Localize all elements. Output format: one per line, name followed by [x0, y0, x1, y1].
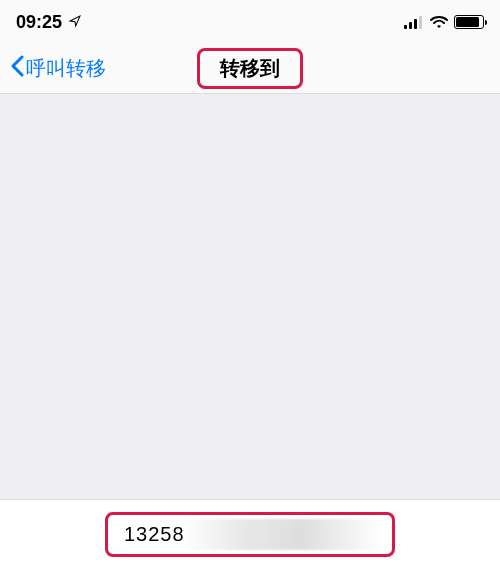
title-highlight-box: 转移到 — [197, 48, 303, 89]
page-title: 转移到 — [220, 57, 280, 79]
wifi-icon — [430, 16, 448, 29]
status-right — [404, 15, 484, 29]
cellular-signal-icon — [404, 16, 424, 29]
back-label: 呼叫转移 — [26, 55, 106, 82]
phone-number-value: 13258 — [124, 523, 185, 546]
chevron-left-icon — [10, 55, 24, 82]
back-button[interactable]: 呼叫转移 — [10, 55, 106, 82]
svg-rect-2 — [414, 19, 417, 29]
battery-icon — [454, 15, 484, 29]
phone-input-row[interactable]: 13258 — [0, 499, 500, 565]
redaction-blur — [183, 519, 382, 550]
svg-rect-3 — [419, 16, 422, 29]
status-left: 09:25 — [16, 12, 82, 33]
status-time: 09:25 — [16, 12, 62, 33]
input-highlight-box: 13258 — [105, 512, 395, 557]
svg-rect-1 — [409, 22, 412, 29]
nav-bar: 呼叫转移 转移到 — [0, 44, 500, 94]
content-area — [0, 94, 500, 499]
svg-rect-0 — [404, 25, 407, 29]
status-bar: 09:25 — [0, 0, 500, 44]
location-icon — [68, 12, 82, 33]
